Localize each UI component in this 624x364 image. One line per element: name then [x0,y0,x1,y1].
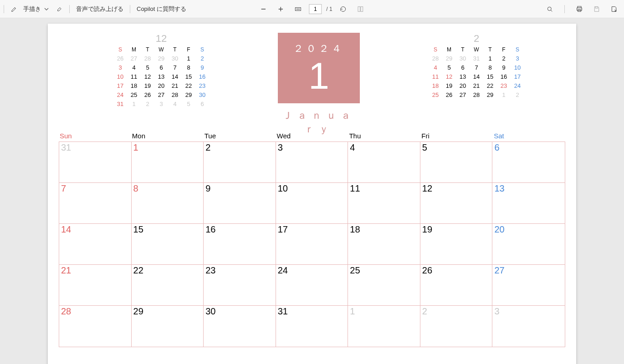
mini-day: 27 [456,91,470,98]
highlighter-button[interactable] [8,4,20,15]
eraser-icon [56,5,63,13]
separator [4,5,4,13]
mini-day: 22 [182,82,195,89]
mini-dow: M [442,46,456,53]
mini-day: 11 [429,73,442,80]
fit-width-icon [294,5,302,13]
rotate-button[interactable] [337,4,350,15]
draw-label: 手描き [23,5,41,13]
mini-day: 25 [429,91,442,98]
mini-day: 3 [154,101,168,107]
weekday-label: Wed [276,131,348,142]
mini-day: 30 [168,55,182,62]
mini-day: 26 [113,55,127,62]
mini-day: 26 [442,91,456,98]
mini-day: 5 [182,101,195,107]
mini-day: 6 [154,64,168,71]
mini-day: 25 [127,91,141,98]
calendar-header: 12 SMTWTFS262728293012345678910111213141… [59,33,565,128]
mini-day: 14 [168,73,182,80]
calendar-day: 2 [420,306,493,347]
calendar-day: 19 [420,224,493,265]
mini-day: 29 [154,55,168,62]
zoom-out-button[interactable] [257,4,270,15]
mini-day: 28 [429,55,442,62]
svg-rect-11 [595,6,598,8]
print-button[interactable] [573,4,586,15]
mini-dow: F [182,46,195,53]
rotate-icon [340,5,347,13]
current-month-block: ２０２４ 1 Ｊａｎｕａｒｙ [278,33,360,136]
calendar-day: 31 [276,306,348,347]
mini-day: 10 [511,64,524,71]
calendar-day: 21 [59,265,132,306]
pdf-toolbar: 手描き 音声で読み上げる Copilot に質問する / 1 [0,0,624,18]
save-icon [593,5,600,13]
read-aloud-button[interactable]: 音声で読み上げる [73,3,126,15]
mini-day: 4 [429,64,442,71]
page-number-input[interactable] [309,4,322,14]
mini-day: 21 [168,82,182,89]
save-as-button[interactable] [608,4,620,15]
calendar-day: 24 [276,265,348,306]
calendar-day: 25 [348,265,420,306]
mini-day: 28 [470,91,483,98]
separator [69,5,70,13]
mini-day: 2 [511,91,524,98]
mini-day: 16 [497,73,511,80]
mini-next-title: 2 [429,33,524,45]
calendar-day: 11 [348,183,420,224]
weekday-label: Sat [493,131,565,142]
document-viewport[interactable]: 12 SMTWTFS262728293012345678910111213141… [0,18,624,364]
mini-dow: S [511,46,524,53]
page-view-button[interactable] [354,4,367,15]
mini-day: 26 [141,91,154,98]
mini-day: 15 [483,73,497,80]
separator [564,5,565,13]
save-button[interactable] [590,4,603,15]
minus-icon [260,5,267,13]
mini-day: 13 [154,73,168,80]
mini-day: 1 [127,101,141,107]
mini-dow: T [168,46,182,53]
calendar-day: 5 [420,142,493,183]
draw-button[interactable]: 手描き [20,3,53,15]
search-button[interactable] [543,4,556,15]
calendar-day: 20 [492,224,565,265]
mini-day: 17 [511,73,524,80]
mini-day: 13 [456,73,470,80]
erase-button[interactable] [53,4,66,15]
mini-day: 20 [456,82,470,89]
page-view-icon [357,5,364,13]
month-number: 1 [308,57,329,95]
fit-width-button[interactable] [292,4,304,15]
mini-day: 27 [127,55,141,62]
mini-day: 1 [182,55,195,62]
mini-day: 18 [429,82,442,89]
weekday-label: Fri [420,131,493,142]
mini-day: 27 [154,91,168,98]
calendar-day: 16 [204,224,276,265]
calendar-day: 8 [132,183,204,224]
plus-icon [277,5,284,13]
mini-day: 9 [195,64,209,71]
mini-day: 29 [442,55,456,62]
mini-day: 8 [483,64,497,71]
calendar-day: 26 [420,265,493,306]
ask-copilot-label: Copilot に質問する [137,5,186,13]
mini-dow: F [497,46,511,53]
mini-day: 18 [127,82,141,89]
mini-day: 10 [113,73,127,80]
mini-day: 14 [470,73,483,80]
svg-line-7 [551,10,552,11]
weekday-label: Tue [204,131,276,142]
highlighter-icon [10,5,18,13]
mini-day: 7 [470,64,483,71]
mini-day: 15 [182,73,195,80]
calendar-day: 29 [132,306,204,347]
calendar-day: 31 [59,142,132,183]
mini-day: 12 [442,73,456,80]
zoom-in-button[interactable] [274,4,287,15]
calendar-day: 23 [204,265,276,306]
ask-copilot-button[interactable]: Copilot に質問する [134,3,189,15]
